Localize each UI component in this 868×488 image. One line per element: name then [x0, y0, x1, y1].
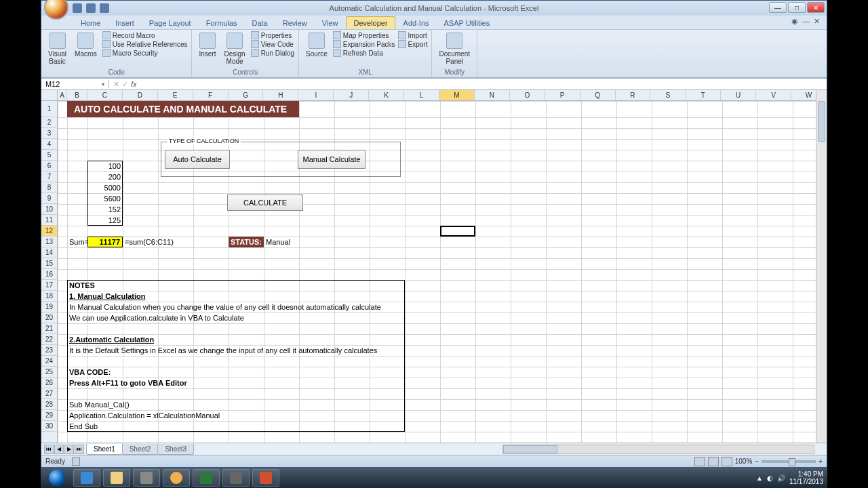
expansion-packs-button[interactable]: Expansion Packs — [333, 40, 395, 48]
row-header[interactable]: 3 — [41, 128, 57, 139]
taskbar-app2[interactable] — [222, 469, 250, 487]
sheet-tab[interactable]: Sheet2 — [122, 444, 159, 455]
ribbon-tab-review[interactable]: Review — [276, 17, 314, 29]
row-header[interactable]: 22 — [41, 334, 57, 345]
sheet-nav-next[interactable]: ▶ — [64, 445, 74, 454]
row-header[interactable]: 15 — [41, 258, 57, 269]
close-button[interactable]: ✕ — [807, 2, 825, 13]
row-header[interactable]: 21 — [41, 323, 57, 334]
worksheet-grid[interactable]: ABCDEFGHIJKLMNOPQRSTUVW 1234567891011121… — [41, 90, 827, 443]
row-header[interactable]: 23 — [41, 345, 57, 356]
tray-icon[interactable]: 🔊 — [777, 474, 785, 482]
ribbon-tab-view[interactable]: View — [315, 17, 345, 29]
col-header[interactable]: N — [475, 90, 510, 100]
tray-icon[interactable]: ▲ — [756, 474, 763, 482]
row-header[interactable]: 13 — [41, 237, 57, 247]
ribbon-minimize-icon[interactable]: — — [802, 17, 810, 26]
insert-control-button[interactable]: Insert — [196, 31, 218, 59]
row-header[interactable]: 10 — [41, 204, 57, 215]
col-header[interactable]: C — [87, 90, 123, 100]
ribbon-tab-formulas[interactable]: Formulas — [199, 17, 244, 29]
col-header[interactable]: A — [58, 90, 67, 100]
col-header[interactable]: P — [545, 90, 580, 100]
taskbar-chrome[interactable] — [163, 469, 190, 487]
view-code-button[interactable]: View Code — [251, 40, 294, 48]
row-header[interactable]: 14 — [41, 247, 57, 258]
sheet-nav-first[interactable]: ⏮ — [44, 445, 54, 454]
col-header[interactable]: E — [158, 90, 193, 100]
map-properties-button[interactable]: Map Properties — [333, 31, 395, 39]
col-header[interactable]: L — [404, 90, 439, 100]
row-header[interactable]: 4 — [41, 139, 57, 150]
ribbon-tab-asap-utilities[interactable]: ASAP Utilities — [437, 17, 497, 29]
relative-refs-button[interactable]: Use Relative References — [102, 40, 188, 48]
vertical-scrollbar[interactable] — [816, 90, 827, 443]
sheet-nav-prev[interactable]: ◀ — [54, 445, 64, 454]
tray-icon[interactable]: ◐ — [767, 474, 773, 482]
row-header[interactable]: 16 — [41, 269, 57, 280]
auto-calculate-button[interactable]: Auto Calculate — [165, 150, 230, 169]
col-header[interactable]: R — [616, 90, 651, 100]
row-header[interactable]: 27 — [41, 388, 57, 399]
taskbar-powerpoint[interactable] — [252, 469, 279, 487]
quick-access-toolbar[interactable] — [73, 3, 109, 13]
row-headers[interactable]: 1234567891011121314151617181920212223242… — [41, 101, 58, 443]
manual-calculate-button[interactable]: Manual Calculate — [298, 150, 366, 169]
row-header[interactable]: 29 — [41, 410, 57, 421]
col-header[interactable]: J — [334, 90, 369, 100]
doc-close-icon[interactable]: ✕ — [814, 17, 820, 26]
sheet-tab[interactable]: Sheet3 — [157, 444, 194, 455]
col-header[interactable]: U — [721, 90, 756, 100]
macro-record-icon[interactable] — [72, 458, 80, 466]
sheet-tab[interactable]: Sheet1 — [86, 444, 123, 455]
selected-cell[interactable] — [440, 226, 475, 237]
col-header[interactable]: B — [67, 90, 87, 100]
col-header[interactable]: S — [650, 90, 686, 100]
view-layout-icon[interactable] — [708, 457, 719, 466]
row-header[interactable]: 9 — [41, 193, 57, 204]
col-header[interactable]: K — [369, 90, 404, 100]
col-header[interactable]: Q — [580, 90, 616, 100]
col-header[interactable]: V — [756, 90, 791, 100]
macro-security-button[interactable]: Macro Security — [102, 49, 188, 57]
ribbon-tab-developer[interactable]: Developer — [346, 16, 395, 29]
row-header[interactable]: 24 — [41, 356, 57, 367]
maximize-button[interactable]: □ — [788, 2, 806, 13]
fx-icon[interactable]: fx — [131, 80, 137, 88]
view-normal-icon[interactable] — [694, 457, 705, 466]
select-all-corner[interactable] — [41, 90, 58, 101]
ribbon-tab-data[interactable]: Data — [245, 17, 274, 29]
taskbar-explorer[interactable] — [103, 469, 130, 487]
col-header[interactable]: F — [193, 90, 229, 100]
row-header[interactable]: 6 — [41, 161, 57, 171]
ribbon-tab-home[interactable]: Home — [74, 17, 107, 29]
xml-export-button[interactable]: Export — [398, 40, 428, 48]
row-header[interactable]: 30 — [41, 421, 57, 432]
col-header[interactable]: I — [298, 90, 334, 100]
visual-basic-button[interactable]: Visual Basic — [45, 31, 69, 66]
record-macro-button[interactable]: Record Macro — [102, 31, 188, 39]
document-panel-button[interactable]: Document Panel — [436, 31, 473, 66]
row-header[interactable]: 11 — [41, 215, 57, 226]
column-headers[interactable]: ABCDEFGHIJKLMNOPQRSTUVW — [58, 90, 827, 101]
taskbar-ie[interactable] — [73, 469, 100, 487]
row-header[interactable]: 26 — [41, 378, 57, 388]
row-header[interactable]: 1 — [41, 101, 57, 117]
col-header[interactable]: O — [510, 90, 545, 100]
col-header[interactable]: H — [263, 90, 298, 100]
row-header[interactable]: 28 — [41, 399, 57, 410]
run-dialog-button[interactable]: Run Dialog — [251, 49, 294, 57]
minimize-button[interactable]: — — [769, 2, 787, 13]
help-icon[interactable]: ◉ — [791, 17, 798, 26]
ribbon-tab-insert[interactable]: Insert — [108, 17, 141, 29]
col-header[interactable]: M — [439, 90, 475, 100]
xml-import-button[interactable]: Import — [398, 31, 428, 39]
zoom-in-button[interactable]: + — [818, 458, 823, 465]
zoom-level[interactable]: 100% — [735, 458, 753, 465]
col-header[interactable]: T — [686, 90, 721, 100]
zoom-out-button[interactable]: − — [755, 458, 759, 465]
start-button[interactable] — [43, 468, 71, 487]
name-box[interactable]: M12 — [41, 80, 109, 88]
row-header[interactable]: 5 — [41, 150, 57, 161]
design-mode-button[interactable]: Design Mode — [221, 31, 248, 66]
